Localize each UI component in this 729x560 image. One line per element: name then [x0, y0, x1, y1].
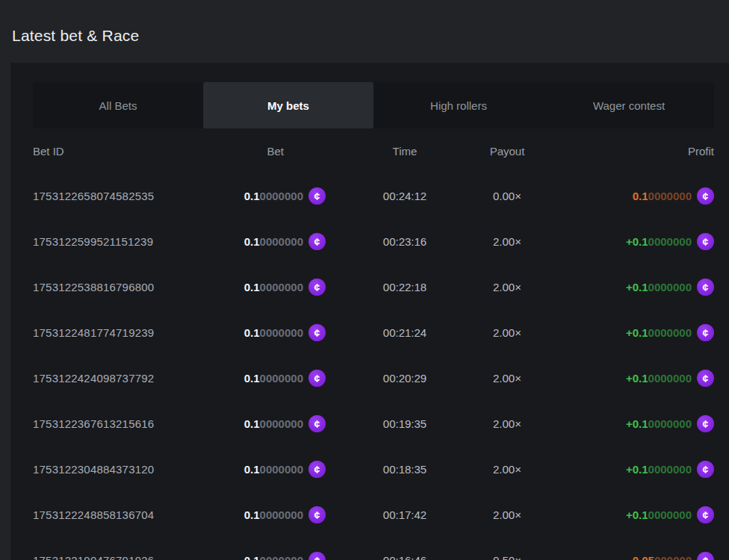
- table-body: 17531226580745825350.10000000¢00:24:120.…: [33, 173, 714, 560]
- bet-time: 00:24:12: [326, 190, 484, 202]
- bet-amount: 0.10000000¢: [220, 415, 326, 432]
- profit-zeros: 0000000: [648, 463, 692, 476]
- table-row[interactable]: 17531223676132156160.10000000¢00:19:352.…: [33, 401, 714, 447]
- col-header-bet: Bet: [220, 145, 326, 158]
- profit-main: +0.1: [626, 463, 648, 476]
- profit-main: +0.1: [626, 417, 648, 430]
- bet-id-value: 1753122658074582535: [33, 190, 220, 202]
- bet-amount-main: 0.1: [244, 508, 260, 521]
- coin-icon: ¢: [697, 324, 714, 341]
- tab-wager-contest[interactable]: Wager contest: [544, 82, 714, 128]
- page: Latest bet & Race All BetsMy betsHigh ro…: [0, 0, 729, 560]
- bets-tabbar: All BetsMy betsHigh rollersWager contest: [33, 82, 714, 128]
- bet-time: 00:18:35: [326, 463, 484, 476]
- bet-profit: +0.10000000¢: [530, 415, 714, 432]
- tab-high-rollers[interactable]: High rollers: [373, 82, 544, 128]
- coin-icon: ¢: [308, 461, 326, 478]
- bet-amount: 0.10000000¢: [220, 461, 326, 478]
- coin-icon: ¢: [308, 552, 326, 560]
- bet-payout: 2.00×: [484, 463, 530, 476]
- coin-icon: ¢: [697, 552, 714, 560]
- bet-id-value: 1753122367613215616: [33, 417, 220, 430]
- col-header-time: Time: [326, 145, 484, 158]
- table-row[interactable]: 17531226580745825350.10000000¢00:24:120.…: [33, 173, 714, 219]
- profit-zeros: 0000000: [648, 190, 692, 202]
- bet-time: 00:23:16: [326, 235, 484, 248]
- bet-id-value: 1753122599521151239: [33, 235, 220, 248]
- table-row[interactable]: 17531224240987377920.10000000¢00:20:292.…: [33, 355, 714, 401]
- bet-amount: 0.10000000¢: [220, 233, 326, 250]
- bet-payout: 2.00×: [484, 417, 530, 430]
- bets-panel: All BetsMy betsHigh rollersWager contest…: [10, 63, 729, 560]
- bet-profit: +0.10000000¢: [530, 279, 714, 296]
- bet-id-value: 1753122248858136704: [33, 508, 220, 521]
- bet-time: 00:19:35: [326, 417, 484, 430]
- bet-payout: 0.00×: [484, 190, 530, 202]
- bet-profit: +0.10000000¢: [530, 233, 714, 250]
- coin-icon: ¢: [308, 370, 326, 387]
- profit-zeros: 0000000: [648, 326, 692, 339]
- bet-amount-zeros: 0000000: [260, 281, 303, 293]
- coin-icon: ¢: [697, 415, 714, 432]
- profit-main: +0.1: [626, 372, 648, 385]
- bet-id-value: 1753122304884373120: [33, 463, 220, 476]
- bet-id-value: 1753122424098737792: [33, 372, 220, 385]
- bet-profit: 0.05000000¢: [530, 552, 714, 560]
- profit-zeros: 0000000: [648, 417, 692, 430]
- table-row[interactable]: 17531224817747192390.10000000¢00:21:242.…: [33, 310, 714, 355]
- coin-icon: ¢: [308, 324, 326, 341]
- profit-main: +0.1: [626, 326, 648, 339]
- coin-icon: ¢: [697, 233, 714, 250]
- profit-zeros: 000000: [654, 554, 692, 560]
- bet-amount-main: 0.1: [244, 281, 260, 293]
- bet-payout: 2.00×: [484, 372, 530, 385]
- col-header-payout: Payout: [484, 145, 530, 158]
- table-row[interactable]: 17531221904767919360.10000000¢00:16:460.…: [33, 538, 714, 560]
- bet-amount-main: 0.1: [244, 190, 260, 202]
- bet-amount-zeros: 0000000: [260, 190, 303, 202]
- table-row[interactable]: 17531223048843731200.10000000¢00:18:352.…: [33, 447, 714, 492]
- bet-amount-zeros: 0000000: [260, 463, 303, 476]
- bet-amount-main: 0.1: [244, 326, 260, 339]
- table-row[interactable]: 17531225388167968000.10000000¢00:22:182.…: [33, 264, 714, 310]
- bet-payout: 0.50×: [484, 554, 530, 560]
- bet-time: 00:16:46: [326, 554, 484, 560]
- table-header-row: Bet ID Bet Time Payout Profit: [33, 128, 714, 173]
- profit-zeros: 0000000: [648, 372, 692, 385]
- col-header-bet-id: Bet ID: [33, 145, 220, 158]
- bet-amount: 0.10000000¢: [220, 279, 326, 296]
- bet-amount-zeros: 0000000: [260, 372, 303, 385]
- bet-time: 00:17:42: [326, 508, 484, 521]
- tab-all-bets[interactable]: All Bets: [33, 82, 203, 128]
- coin-icon: ¢: [308, 506, 326, 523]
- bet-time: 00:21:24: [326, 326, 484, 339]
- bet-amount: 0.10000000¢: [220, 506, 326, 523]
- coin-icon: ¢: [308, 187, 326, 205]
- bet-amount: 0.10000000¢: [220, 324, 326, 341]
- profit-zeros: 0000000: [648, 508, 692, 521]
- coin-icon: ¢: [697, 279, 714, 296]
- bet-payout: 2.00×: [484, 508, 530, 521]
- table-row[interactable]: 17531225995211512390.10000000¢00:23:162.…: [33, 219, 714, 264]
- bet-amount: 0.10000000¢: [220, 187, 326, 205]
- bet-profit: +0.10000000¢: [530, 370, 714, 387]
- col-header-profit: Profit: [530, 145, 714, 158]
- bet-amount-zeros: 0000000: [260, 554, 303, 560]
- profit-main: +0.1: [626, 508, 648, 521]
- bet-id-value: 1753122190476791936: [33, 554, 220, 560]
- bet-payout: 2.00×: [484, 326, 530, 339]
- page-title: Latest bet & Race: [12, 27, 139, 45]
- bet-profit: +0.10000000¢: [530, 506, 714, 523]
- coin-icon: ¢: [697, 187, 714, 205]
- bet-amount-zeros: 0000000: [260, 326, 303, 339]
- coin-icon: ¢: [308, 415, 326, 432]
- bet-amount-main: 0.1: [244, 235, 260, 248]
- bet-amount-main: 0.1: [244, 417, 260, 430]
- tab-my-bets[interactable]: My bets: [203, 82, 373, 128]
- profit-main: +0.1: [626, 235, 648, 248]
- profit-main: 0.1: [633, 190, 648, 202]
- bet-amount: 0.10000000¢: [220, 552, 326, 560]
- bet-id-value: 1753122538816796800: [33, 281, 220, 293]
- table-row[interactable]: 17531222488581367040.10000000¢00:17:422.…: [33, 492, 714, 538]
- bet-amount-zeros: 0000000: [260, 417, 303, 430]
